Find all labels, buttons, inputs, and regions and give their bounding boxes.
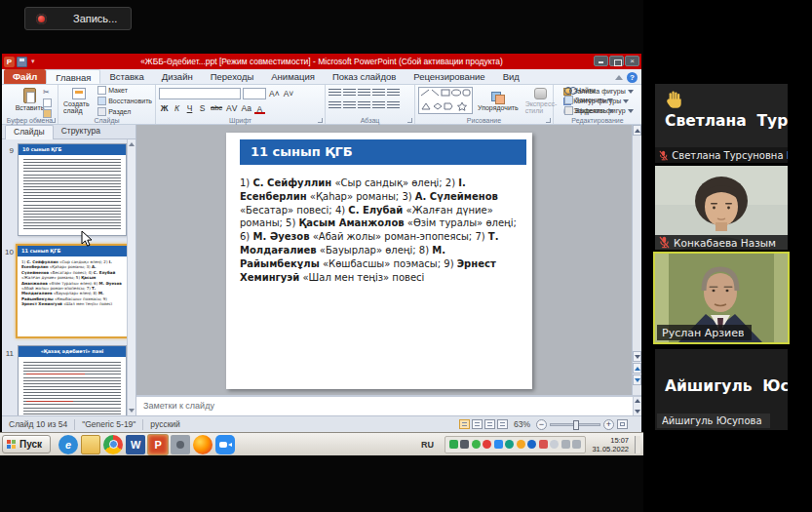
keyboard-language[interactable]: RU bbox=[417, 439, 438, 451]
ribbon-tab-slideshow[interactable]: Показ слайдов bbox=[324, 69, 405, 84]
ribbon-tab-home[interactable]: Главная bbox=[46, 69, 100, 84]
slides-tab[interactable]: Слайды bbox=[5, 125, 54, 139]
green-app-tray-icon[interactable] bbox=[472, 440, 481, 449]
blue-app-tray-icon[interactable] bbox=[494, 440, 503, 449]
participant-tile-1[interactable]: Светлана Турсу... Светлана Турсуновна Ви… bbox=[655, 84, 788, 163]
recording-indicator[interactable]: Запись... bbox=[24, 7, 132, 30]
font-name-select[interactable] bbox=[159, 88, 241, 99]
find-button[interactable]: Найти bbox=[564, 87, 596, 94]
zoom-app-icon[interactable] bbox=[215, 435, 235, 454]
zoom-slider[interactable] bbox=[550, 423, 600, 426]
reading-view-button[interactable] bbox=[484, 419, 495, 429]
drawing-dialog-launcher[interactable] bbox=[546, 118, 551, 123]
language-indicator[interactable]: русский bbox=[143, 419, 187, 429]
slide-title[interactable]: 11 сынып ҚГБ bbox=[240, 139, 526, 165]
clock-app-tray-icon[interactable] bbox=[550, 440, 559, 449]
italic-button[interactable]: К bbox=[172, 102, 182, 114]
volume-tray-icon[interactable] bbox=[572, 440, 581, 449]
ribbon-tab-animations[interactable]: Анимация bbox=[262, 69, 324, 84]
replace-button[interactable]: Заменить bbox=[564, 96, 613, 104]
slide-body-text[interactable]: 1) С. Сейфуллин «Сыр сандық» өлеңі; 2) І… bbox=[240, 177, 528, 284]
current-slide[interactable]: 11 сынып ҚГБ 1) С. Сейфуллин «Сыр сандық… bbox=[226, 133, 532, 389]
participant-tile-3-active-speaker[interactable]: Руслан Арзиев bbox=[653, 252, 790, 344]
powerpoint-app-icon[interactable]: P bbox=[4, 57, 15, 67]
help-icon[interactable]: ? bbox=[627, 72, 638, 83]
slide-sorter-view-button[interactable] bbox=[472, 419, 483, 429]
word-icon[interactable]: W bbox=[126, 435, 145, 454]
shield-tray-icon[interactable] bbox=[449, 440, 458, 449]
slideshow-view-button[interactable] bbox=[497, 419, 508, 429]
title-bar[interactable]: P ▾ «ЖББ-Әдебиет...ppt [Режим совместимо… bbox=[2, 54, 641, 69]
underline-button[interactable]: Ч bbox=[184, 102, 195, 114]
bold-button[interactable]: Ж bbox=[159, 102, 170, 114]
grow-font-button[interactable]: A˄ bbox=[268, 88, 281, 99]
strikethrough-button[interactable]: abc bbox=[210, 102, 223, 114]
align-center-icon[interactable] bbox=[343, 101, 356, 110]
new-slide-button[interactable]: Создать слайд bbox=[61, 87, 96, 115]
pen-input-icon[interactable] bbox=[171, 435, 190, 454]
bullets-icon[interactable] bbox=[329, 89, 341, 98]
ribbon-tab-file[interactable]: Файл bbox=[4, 69, 46, 84]
firefox-icon[interactable] bbox=[193, 435, 213, 454]
zoom-in-button[interactable]: + bbox=[603, 419, 614, 430]
shadow-button[interactable]: S bbox=[197, 102, 208, 114]
notes-pane[interactable]: Заметки к слайду bbox=[136, 395, 641, 415]
file-explorer-icon[interactable] bbox=[81, 435, 100, 454]
select-button[interactable]: Выделить bbox=[564, 106, 614, 115]
slide-scrollbar[interactable] bbox=[632, 125, 641, 395]
line-spacing-icon[interactable] bbox=[387, 89, 400, 98]
copy-icon[interactable] bbox=[43, 98, 52, 107]
ribbon-tab-insert[interactable]: Вставка bbox=[100, 69, 152, 84]
qat-dropdown-icon[interactable]: ▾ bbox=[31, 58, 35, 65]
outline-tab[interactable]: Структура bbox=[54, 125, 108, 139]
network-tray-icon[interactable] bbox=[561, 440, 570, 449]
section-button[interactable]: Раздел bbox=[97, 107, 152, 116]
shrink-font-button[interactable]: A˅ bbox=[283, 88, 295, 99]
notes-scrollbar[interactable] bbox=[633, 397, 641, 415]
shapes-gallery[interactable] bbox=[418, 87, 473, 114]
change-case-button[interactable]: Аа bbox=[240, 102, 252, 114]
align-left-icon[interactable] bbox=[329, 101, 341, 110]
orange-app-tray-icon[interactable] bbox=[517, 440, 525, 449]
minimize-button[interactable] bbox=[594, 56, 608, 66]
font-dialog-launcher[interactable] bbox=[318, 118, 323, 123]
font-color-button[interactable]: А bbox=[254, 103, 265, 114]
slide-thumbnail-10-selected[interactable]: 11 сынып ҚГБ 1) С. Сейфуллин «Сыр сандық… bbox=[16, 244, 129, 338]
previous-slide-button[interactable] bbox=[633, 363, 641, 374]
reset-button[interactable]: Восстановить bbox=[97, 97, 152, 105]
justify-icon[interactable] bbox=[372, 101, 385, 110]
numbering-icon[interactable] bbox=[343, 89, 356, 98]
zoom-out-button[interactable]: − bbox=[536, 419, 547, 430]
opera-tray-icon[interactable] bbox=[483, 440, 491, 449]
participant-tile-2[interactable]: Конкабаева Назым bbox=[655, 166, 788, 250]
tray-clock[interactable]: 15:07 31.05.2022 bbox=[589, 436, 632, 453]
powerpoint-icon[interactable]: P bbox=[148, 435, 168, 454]
ribbon-tab-review[interactable]: Рецензирование bbox=[405, 69, 493, 84]
alert-app-tray-icon[interactable] bbox=[539, 440, 548, 449]
teal-app-tray-icon[interactable] bbox=[505, 440, 514, 449]
slide-thumbnail-9[interactable]: 10 сынып ҚГБ bbox=[18, 143, 127, 236]
layout-button[interactable]: Макет bbox=[97, 86, 152, 95]
restore-button[interactable] bbox=[609, 56, 624, 66]
close-button[interactable]: × bbox=[625, 56, 639, 66]
arrange-button[interactable]: Упорядочить bbox=[476, 87, 521, 115]
slide-thumbnail-11[interactable]: «Қазақ әдебиеті» пәні bbox=[18, 345, 127, 415]
start-button[interactable]: Пуск bbox=[2, 435, 51, 453]
font-size-select[interactable] bbox=[243, 88, 266, 99]
chrome-icon[interactable] bbox=[103, 435, 123, 454]
normal-view-button[interactable] bbox=[459, 419, 470, 429]
paragraph-dialog-launcher[interactable] bbox=[407, 118, 412, 123]
internet-explorer-icon[interactable]: e bbox=[58, 435, 78, 454]
save-icon[interactable] bbox=[17, 57, 27, 67]
next-slide-button[interactable] bbox=[633, 374, 641, 385]
columns-icon[interactable] bbox=[387, 101, 400, 110]
indent-increase-icon[interactable] bbox=[372, 89, 385, 98]
ribbon-tab-view[interactable]: Вид bbox=[494, 69, 528, 84]
show-desktop-button[interactable] bbox=[635, 436, 640, 453]
char-spacing-button[interactable]: АV bbox=[225, 102, 238, 114]
align-right-icon[interactable] bbox=[358, 101, 370, 110]
collapse-ribbon-icon[interactable] bbox=[615, 75, 623, 80]
bluetooth-tray-icon[interactable] bbox=[527, 440, 536, 449]
user-tray-icon[interactable] bbox=[460, 440, 469, 449]
cut-icon[interactable]: ✂ bbox=[43, 88, 52, 97]
